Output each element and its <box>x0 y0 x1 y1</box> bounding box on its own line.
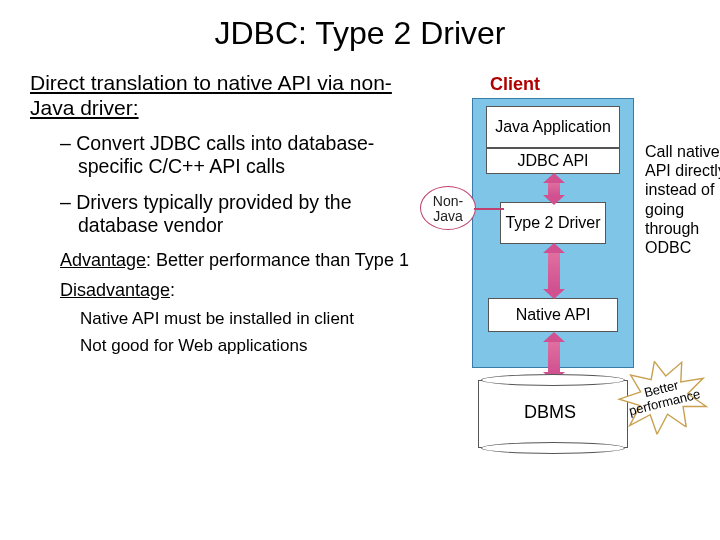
advantage-text: : Better performance than Type 1 <box>146 250 409 270</box>
arrow-icon <box>548 182 560 196</box>
content-area: Direct translation to native API via non… <box>30 70 690 362</box>
non-java-callout: Non-Java <box>420 186 476 230</box>
slide-title: JDBC: Type 2 Driver <box>30 15 690 52</box>
type2-driver-box: Type 2 Driver <box>500 202 606 244</box>
disadvantage-label: Disadvantage <box>60 280 170 300</box>
disadvantage-item-1: Native API must be installed in client <box>80 309 410 329</box>
left-column: Direct translation to native API via non… <box>30 70 410 362</box>
java-application-box: Java Application <box>486 106 620 148</box>
disadvantage-colon: : <box>170 280 175 300</box>
side-note: Call native API directly instead of goin… <box>645 142 720 257</box>
starburst-callout: Better performance <box>619 361 707 430</box>
advantage-label: Advantage <box>60 250 146 270</box>
bullet-1: Convert JDBC calls into database-specifi… <box>60 132 410 177</box>
bullet-2: Drivers typically provided by the databa… <box>60 191 410 236</box>
jdbc-api-box: JDBC API <box>486 148 620 174</box>
cylinder-top-icon <box>481 374 625 386</box>
advantage: Advantage: Better performance than Type … <box>60 250 410 272</box>
arrow-icon <box>548 341 560 373</box>
disadvantage-item-2: Not good for Web applications <box>80 336 410 356</box>
arrow-icon <box>548 252 560 290</box>
cylinder-bottom-icon <box>481 442 625 454</box>
dbms-label: DBMS <box>524 402 576 423</box>
subtitle: Direct translation to native API via non… <box>30 70 410 120</box>
disadvantage: Disadvantage: <box>60 280 410 302</box>
client-label: Client <box>490 74 540 95</box>
native-api-box: Native API <box>488 298 618 332</box>
connector-line-icon <box>474 208 504 210</box>
diagram: Client Java Application JDBC API Type 2 … <box>420 70 690 362</box>
